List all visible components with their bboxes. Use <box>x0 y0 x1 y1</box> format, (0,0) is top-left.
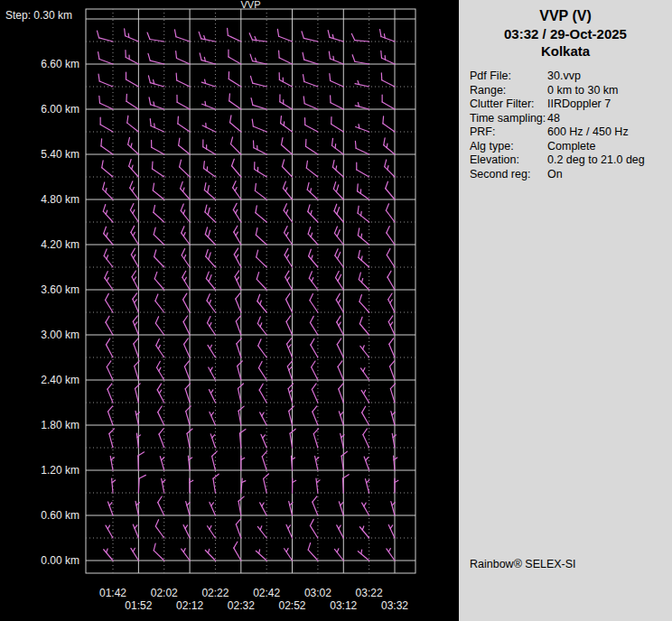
param-row: PRF:600 Hz / 450 Hz <box>470 125 672 140</box>
time-tick-label: 01:42 <box>99 587 126 599</box>
param-row: Second reg:On <box>470 168 672 182</box>
param-value: 600 Hz / 450 Hz <box>547 125 672 140</box>
time-tick-label: 03:12 <box>330 599 357 612</box>
param-value: 0.2 deg to 21.0 deg <box>547 153 672 168</box>
param-label: Pdf File: <box>470 70 547 84</box>
vvp-product-window: Step: 0.30 km VVP 6.60 km6.00 km5.40 km4… <box>0 0 672 621</box>
param-value: 30.vvp <box>547 70 672 84</box>
time-tick-label: 02:12 <box>176 599 203 612</box>
time-tick-label: 03:22 <box>356 587 383 599</box>
time-tick-label: 02:02 <box>151 587 178 599</box>
site-name: Kolkata <box>459 43 672 59</box>
info-panel: VVP (V) 03:32 / 29-Oct-2025 Kolkata Pdf … <box>459 0 672 621</box>
param-label: PRF: <box>470 125 547 140</box>
parameter-list: Pdf File:30.vvpRange:0 km to 30 kmClutte… <box>459 70 672 181</box>
param-value: 48 <box>547 112 672 126</box>
param-value: 0 km to 30 km <box>547 84 672 98</box>
product-title: VVP (V) <box>459 8 672 24</box>
time-tick-label: 03:32 <box>381 599 408 612</box>
param-label: Second reg: <box>470 168 547 182</box>
param-value: IIRDoppler 7 <box>547 97 672 112</box>
param-label: Elevation: <box>470 153 547 168</box>
param-value: Complete <box>547 140 672 154</box>
param-label: Range: <box>470 84 547 98</box>
time-tick-label: 02:32 <box>228 599 255 612</box>
param-label: Clutter Filter: <box>470 97 547 112</box>
time-tick-label: 02:42 <box>253 587 280 599</box>
param-value: On <box>547 168 672 182</box>
brand-footer: Rainbow® SELEX-SI <box>470 558 576 570</box>
param-label: Alg type: <box>470 140 547 154</box>
time-axis: 01:4202:0202:2202:4203:0203:2201:5202:12… <box>0 0 459 621</box>
product-datetime: 03:32 / 29-Oct-2025 <box>459 26 672 42</box>
time-tick-label: 01:52 <box>125 599 152 612</box>
param-row: Elevation:0.2 deg to 21.0 deg <box>470 153 672 168</box>
param-row: Alg type:Complete <box>470 140 672 154</box>
param-row: Time sampling:48 <box>470 112 672 126</box>
param-row: Range:0 km to 30 km <box>470 84 672 98</box>
param-row: Pdf File:30.vvp <box>470 70 672 84</box>
param-row: Clutter Filter:IIRDoppler 7 <box>470 97 672 112</box>
time-tick-label: 02:22 <box>201 587 229 599</box>
time-tick-label: 02:52 <box>279 599 306 612</box>
time-tick-label: 03:02 <box>304 587 331 599</box>
param-label: Time sampling: <box>470 112 547 126</box>
